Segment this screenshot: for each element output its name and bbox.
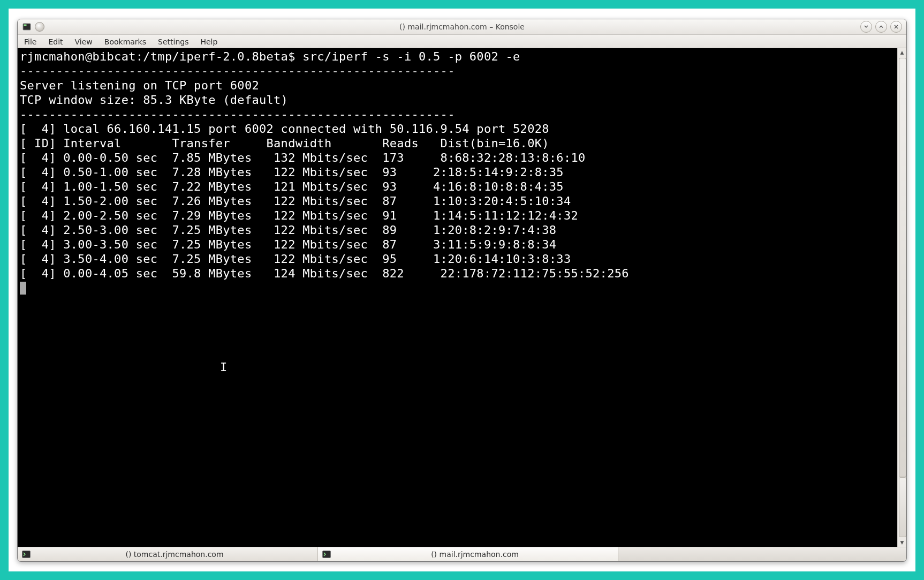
tab-label: () mail.rjmcmahon.com — [336, 550, 614, 559]
close-button[interactable] — [890, 21, 902, 33]
output-line: TCP window size: 85.3 KByte (default) — [20, 93, 288, 107]
tab-label: () tomcat.rjmcmahon.com — [36, 550, 313, 559]
output-line: ----------------------------------------… — [20, 108, 455, 121]
scroll-thumb[interactable] — [899, 58, 906, 477]
terminal-icon — [322, 551, 331, 558]
text-caret-icon: I — [220, 361, 228, 373]
scroll-thumb-secondary[interactable] — [899, 477, 906, 537]
output-row: [ 4] 1.50-2.00 sec 7.26 MBytes 122 Mbits… — [20, 194, 571, 208]
desktop: () mail.rjmcmahon.com – Konsole File Edi… — [0, 0, 924, 580]
output-line: [ 4] local 66.160.141.15 port 6002 conne… — [20, 122, 549, 135]
prompt: rjmcmahon@bibcat:/tmp/iperf-2.0.8beta$ — [20, 50, 302, 63]
titlebar[interactable]: () mail.rjmcmahon.com – Konsole — [18, 19, 906, 35]
window-sticky-toggle[interactable] — [35, 22, 44, 32]
maximize-button[interactable] — [875, 21, 887, 33]
window-title: () mail.rjmcmahon.com – Konsole — [18, 22, 906, 31]
svg-rect-2 — [22, 551, 31, 558]
menu-view[interactable]: View — [69, 35, 99, 48]
output-row: [ 4] 3.50-4.00 sec 7.25 MBytes 122 Mbits… — [20, 252, 571, 266]
svg-rect-1 — [24, 24, 27, 26]
app-icon — [22, 22, 32, 32]
terminal-cursor — [20, 282, 26, 295]
tabstrip-filler — [618, 547, 906, 561]
scrollbar-vertical[interactable]: ▲ ▼ — [897, 48, 906, 547]
output-row: [ 4] 0.00-4.05 sec 59.8 MBytes 124 Mbits… — [20, 267, 629, 280]
menu-file[interactable]: File — [18, 35, 42, 48]
minimize-button[interactable] — [860, 21, 872, 33]
titlebar-left — [18, 22, 44, 32]
output-row: [ 4] 0.50-1.00 sec 7.28 MBytes 122 Mbits… — [20, 165, 564, 179]
output-row: [ 4] 0.00-0.50 sec 7.85 MBytes 132 Mbits… — [20, 151, 586, 164]
titlebar-right — [860, 21, 906, 33]
output-row: [ 4] 1.00-1.50 sec 7.22 MBytes 121 Mbits… — [20, 180, 564, 193]
tab-mail[interactable]: () mail.rjmcmahon.com — [318, 547, 618, 561]
menu-bookmarks[interactable]: Bookmarks — [99, 35, 152, 48]
terminal-area: rjmcmahon@bibcat:/tmp/iperf-2.0.8beta$ s… — [18, 48, 906, 547]
menu-edit[interactable]: Edit — [42, 35, 69, 48]
menu-help[interactable]: Help — [194, 35, 223, 48]
output-row: [ 4] 2.50-3.00 sec 7.25 MBytes 122 Mbits… — [20, 223, 556, 237]
tab-tomcat[interactable]: () tomcat.rjmcmahon.com — [18, 547, 318, 561]
konsole-window: () mail.rjmcmahon.com – Konsole File Edi… — [17, 19, 907, 562]
menu-settings[interactable]: Settings — [152, 35, 194, 48]
output-line: Server listening on TCP port 6002 — [20, 79, 259, 92]
output-row: [ 4] 2.00-2.50 sec 7.29 MBytes 122 Mbits… — [20, 209, 578, 222]
terminal-icon — [22, 551, 31, 558]
menubar: File Edit View Bookmarks Settings Help — [18, 35, 906, 48]
output-header: [ ID] Interval Transfer Bandwidth Reads … — [20, 137, 549, 150]
scroll-down-icon[interactable]: ▼ — [898, 538, 906, 547]
svg-rect-3 — [323, 551, 331, 558]
terminal[interactable]: rjmcmahon@bibcat:/tmp/iperf-2.0.8beta$ s… — [18, 48, 897, 547]
command-text: src/iperf -s -i 0.5 -p 6002 -e — [302, 50, 520, 63]
output-line: ----------------------------------------… — [20, 64, 455, 78]
scroll-up-icon[interactable]: ▲ — [898, 48, 906, 57]
output-row: [ 4] 3.00-3.50 sec 7.25 MBytes 122 Mbits… — [20, 238, 556, 251]
tabstrip: () tomcat.rjmcmahon.com () mail.rjmcmaho… — [18, 547, 906, 561]
